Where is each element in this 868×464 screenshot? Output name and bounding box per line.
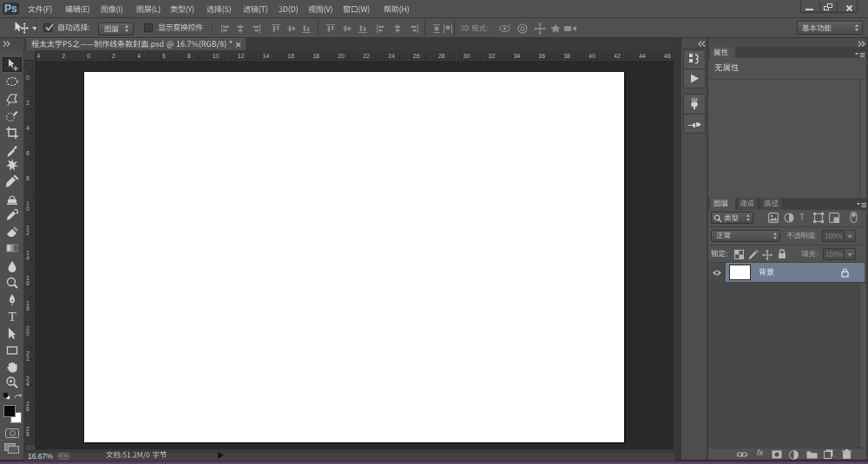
svg-text:T: T: [8, 310, 16, 323]
